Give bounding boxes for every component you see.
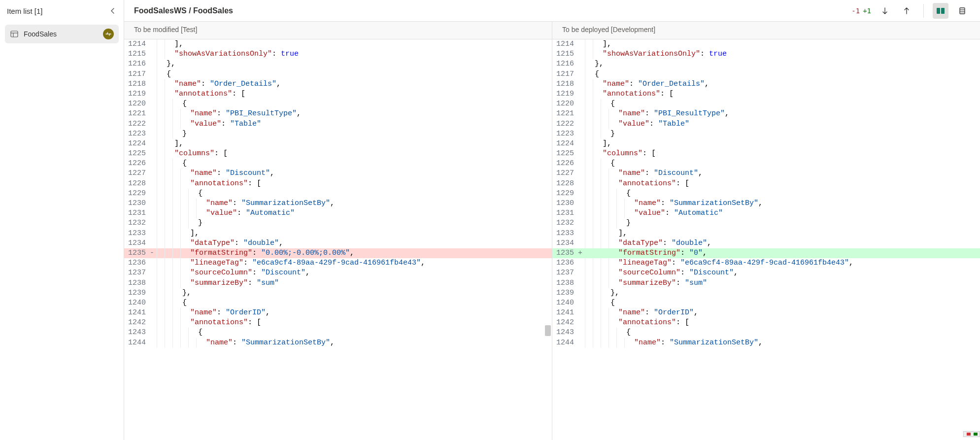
prev-change-button[interactable] (899, 3, 914, 19)
code-line: 1241"name": "OrderID", (552, 308, 980, 318)
code-line: 1218"name": "Order_Details", (552, 79, 980, 89)
code-line: 1224], (124, 139, 552, 149)
code-line: 1222"value": "Table" (552, 119, 980, 129)
code-line: 1223} (124, 129, 552, 139)
code-line: 1236"lineageTag": "e6ca9cf4-89aa-429f-9c… (552, 258, 980, 268)
code-line: 1240{ (124, 298, 552, 308)
code-line: 1216}, (552, 59, 980, 69)
code-line: 1214], (124, 39, 552, 49)
code-line: 1231"value": "Automatic" (124, 208, 552, 218)
right-code[interactable]: 1214],1215"showAsVariationsOnly": true12… (552, 39, 980, 348)
left-diff-pane[interactable]: 1214],1215"showAsVariationsOnly": true12… (124, 39, 552, 440)
status-badge (103, 29, 114, 39)
right-pane-title: To be deployed [Development] (552, 22, 980, 39)
diff-body: 1214],1215"showAsVariationsOnly": true12… (124, 39, 980, 440)
scrollbar[interactable] (545, 39, 551, 440)
code-line: 1227"name": "Discount", (552, 169, 980, 178)
sidebar-item-foodsales[interactable]: FoodSales (5, 25, 119, 43)
code-line: 1243{ (124, 328, 552, 338)
code-line: 1244"name": "SummarizationSetBy", (552, 338, 980, 348)
code-line: 1242"annotations": [ (124, 318, 552, 328)
code-line: 1225"columns": [ (552, 149, 980, 159)
inline-view-button[interactable] (954, 3, 970, 19)
overview-ruler[interactable] (963, 431, 980, 437)
sidebar-header: Item list [1] (0, 0, 124, 22)
code-line: 1230"name": "SummarizationSetBy", (552, 199, 980, 208)
code-line: 1224], (552, 139, 980, 149)
diff-added-count: +1 (863, 7, 871, 15)
code-line: 1230"name": "SummarizationSetBy", (124, 199, 552, 208)
code-line: 1215"showAsVariationsOnly": true (124, 49, 552, 59)
code-line: 1221"name": "PBI_ResultType", (124, 109, 552, 119)
code-line: 1236"lineageTag": "e6ca9cf4-89aa-429f-9c… (124, 258, 552, 268)
code-line: 1215"showAsVariationsOnly": true (552, 49, 980, 59)
code-line: 1219"annotations": [ (124, 89, 552, 99)
code-line: 1218"name": "Order_Details", (124, 79, 552, 89)
code-line: 1235+"formatString": "0", (552, 248, 980, 258)
code-line: 1242"annotations": [ (552, 318, 980, 328)
code-line: 1238"summarizeBy": "sum" (552, 278, 980, 288)
code-line: 1229{ (124, 189, 552, 199)
code-line: 1228"annotations": [ (124, 179, 552, 189)
code-line: 1229{ (552, 189, 980, 199)
code-line: 1232} (124, 218, 552, 228)
code-line: 1219"annotations": [ (552, 89, 980, 99)
left-pane-title: To be modified [Test] (124, 22, 552, 39)
code-line: 1217{ (552, 69, 980, 79)
code-line: 1234"dataType": "double", (124, 238, 552, 248)
code-line: 1220{ (552, 99, 980, 109)
diff-removed-count: -1 (851, 7, 860, 15)
code-line: 1231"value": "Automatic" (552, 208, 980, 218)
svg-rect-4 (941, 8, 945, 14)
code-line: 1244"name": "SummarizationSetBy", (124, 338, 552, 348)
code-line: 1239}, (124, 288, 552, 298)
code-line: 1233], (552, 229, 980, 238)
left-code[interactable]: 1214],1215"showAsVariationsOnly": true12… (124, 39, 552, 348)
code-line: 1227"name": "Discount", (124, 169, 552, 178)
collapse-sidebar-icon[interactable] (109, 7, 117, 15)
code-line: 1232} (552, 218, 980, 228)
code-line: 1225"columns": [ (124, 149, 552, 159)
side-by-side-view-button[interactable] (933, 3, 948, 19)
svg-rect-3 (937, 8, 940, 14)
item-list-title: Item list [1] (7, 7, 43, 15)
svg-rect-0 (11, 31, 18, 37)
code-line: 1226{ (124, 159, 552, 169)
code-line: 1234"dataType": "double", (552, 238, 980, 248)
code-line: 1238"summarizeBy": "sum" (124, 278, 552, 288)
right-diff-pane[interactable]: 1214],1215"showAsVariationsOnly": true12… (552, 39, 980, 440)
code-line: 1233], (124, 229, 552, 238)
main: FoodSalesWS / FoodSales -1 +1 (124, 0, 980, 440)
code-line: 1220{ (124, 99, 552, 109)
svg-rect-5 (960, 8, 965, 14)
sidebar-item-label: FoodSales (24, 30, 57, 38)
dataset-icon (10, 30, 19, 38)
code-line: 1235-"formatString": "0.00%;-0.00%;0.00%… (124, 248, 552, 258)
main-header: FoodSalesWS / FoodSales -1 +1 (124, 0, 980, 22)
code-line: 1214], (552, 39, 980, 49)
code-line: 1223} (552, 129, 980, 139)
header-actions: -1 +1 (851, 3, 970, 19)
diff-count: -1 +1 (851, 7, 871, 15)
next-change-button[interactable] (877, 3, 893, 19)
code-line: 1216}, (124, 59, 552, 69)
code-line: 1217{ (124, 69, 552, 79)
code-line: 1241"name": "OrderID", (124, 308, 552, 318)
toolbar-divider (923, 4, 924, 18)
code-line: 1228"annotations": [ (552, 179, 980, 189)
breadcrumb: FoodSalesWS / FoodSales (134, 6, 851, 15)
code-line: 1237"sourceColumn": "Discount", (124, 268, 552, 278)
code-line: 1221"name": "PBI_ResultType", (552, 109, 980, 119)
code-line: 1240{ (552, 298, 980, 308)
code-line: 1237"sourceColumn": "Discount", (552, 268, 980, 278)
code-line: 1239}, (552, 288, 980, 298)
code-line: 1226{ (552, 159, 980, 169)
code-line: 1243{ (552, 328, 980, 338)
sidebar: Item list [1] FoodSales (0, 0, 124, 440)
code-line: 1222"value": "Table" (124, 119, 552, 129)
columns-header: To be modified [Test] To be deployed [De… (124, 22, 980, 39)
